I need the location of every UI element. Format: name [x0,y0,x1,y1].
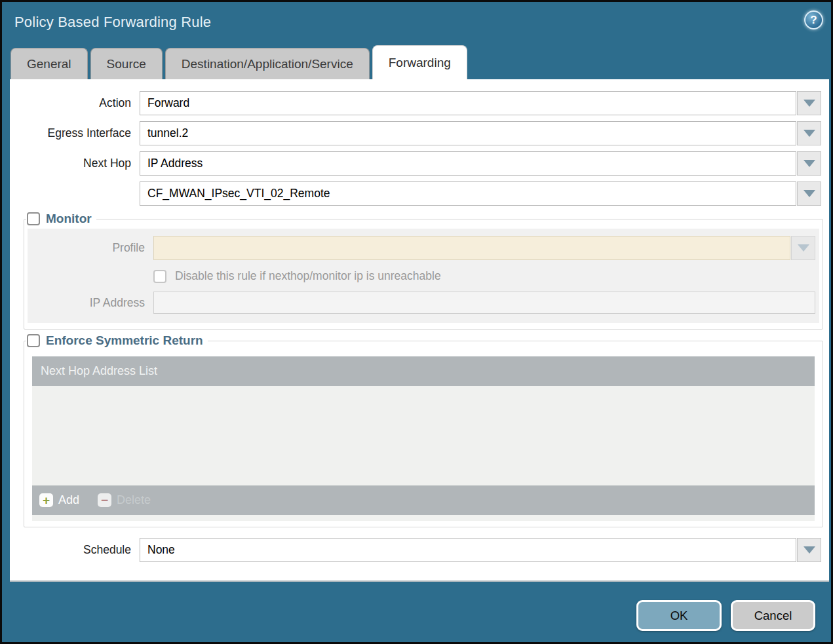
policy-based-forwarding-dialog: Policy Based Forwarding Rule ? General S… [0,0,833,644]
profile-select [153,236,790,260]
chevron-down-icon [804,546,815,554]
profile-row: Profile [28,236,815,260]
action-select[interactable]: Forward [140,91,796,115]
enforce-symmetric-return-label: Enforce Symmetric Return [46,333,203,348]
next-hop-address-input[interactable]: CF_MWAN_IPsec_VTI_02_Remote [140,181,796,206]
cancel-button[interactable]: Cancel [731,600,815,631]
plus-icon: + [39,493,53,507]
monitor-ip-input [153,292,815,314]
delete-button-label: Delete [117,493,151,507]
egress-interface-row: Egress Interface tunnel.2 [10,121,821,145]
disable-rule-label: Disable this rule if nexthop/monitor ip … [175,269,441,283]
schedule-select[interactable]: None [140,538,796,562]
monitor-legend: Monitor [26,212,96,226]
forwarding-tab-panel: Action Forward Egress Interface tunnel.2… [10,79,829,582]
next-hop-label: Next Hop [10,157,140,170]
chevron-down-icon [804,190,815,197]
monitor-checkbox[interactable] [27,212,40,225]
next-hop-address-dropdown-button[interactable] [797,181,821,206]
action-dropdown-button[interactable] [797,91,821,115]
schedule-dropdown-button[interactable] [797,538,821,562]
egress-interface-dropdown-button[interactable] [797,121,821,145]
egress-interface-label: Egress Interface [10,126,140,140]
next-hop-address-list-toolbar: + Add − Delete [32,485,815,515]
next-hop-address-table: Next Hop Address List + Add − Delete [32,356,815,521]
delete-button: − Delete [98,493,151,507]
tab-forwarding[interactable]: Forwarding [372,45,467,79]
monitor-body: Profile Disable this rule if nexthop/mon… [28,229,819,323]
tab-source[interactable]: Source [90,48,163,79]
action-row: Action Forward [10,91,821,115]
help-icon[interactable]: ? [804,10,823,29]
next-hop-row: Next Hop IP Address [10,151,821,176]
monitor-label: Monitor [46,212,92,226]
next-hop-type-select[interactable]: IP Address [140,151,796,176]
next-hop-dropdown-button[interactable] [797,151,821,176]
minus-icon: − [98,493,111,507]
next-hop-address-list-body[interactable] [32,386,815,485]
profile-label: Profile [28,241,153,255]
disable-rule-checkbox [153,270,166,283]
chevron-down-icon [804,130,815,137]
ok-button[interactable]: OK [636,600,722,631]
next-hop-value-row: CF_MWAN_IPsec_VTI_02_Remote [10,181,821,206]
enforce-symmetric-return-group: Enforce Symmetric Return Next Hop Addres… [24,333,823,527]
enforce-symmetric-return-checkbox[interactable] [27,334,40,347]
action-label: Action [10,96,140,110]
chevron-down-icon [804,100,815,107]
tab-bar: General Source Destination/Application/S… [10,45,824,79]
profile-dropdown-button [791,236,815,260]
tab-general[interactable]: General [10,48,88,79]
schedule-row: Schedule None [10,538,821,562]
enforce-symmetric-return-legend: Enforce Symmetric Return [26,333,208,348]
chevron-down-icon [798,244,809,252]
tab-destination-application-service[interactable]: Destination/Application/Service [165,48,370,79]
schedule-label: Schedule [10,543,140,557]
add-button-label: Add [58,493,79,507]
monitor-group: Monitor Profile Disable this rule if nex… [24,212,823,330]
dialog-title: Policy Based Forwarding Rule [14,14,211,31]
chevron-down-icon [804,160,815,167]
next-hop-address-list-header: Next Hop Address List [32,356,815,386]
disable-rule-row: Disable this rule if nexthop/monitor ip … [153,269,815,283]
monitor-ip-row: IP Address [28,292,815,314]
table-bottom-strip [32,515,815,521]
monitor-ip-label: IP Address [28,296,153,310]
egress-interface-select[interactable]: tunnel.2 [140,121,796,145]
add-button: + Add [39,493,79,507]
